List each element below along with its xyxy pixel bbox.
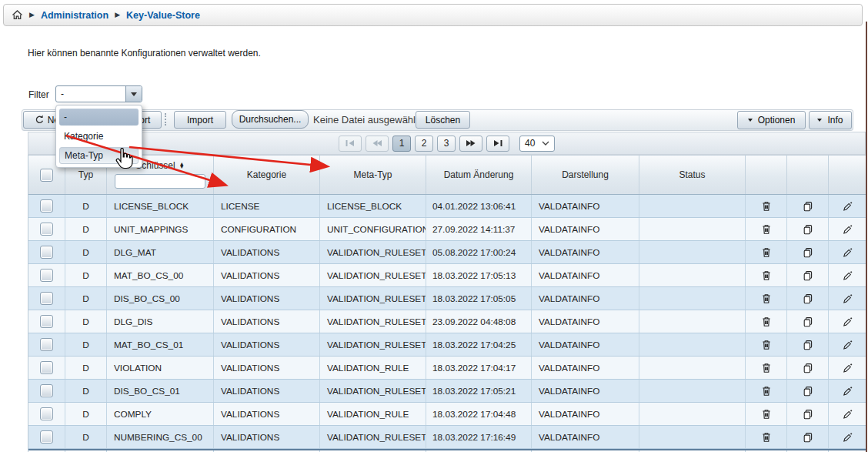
table-row: D DIS_BO_CS_01 VALIDATIONS VALIDATION_RU… <box>28 380 866 403</box>
row-checkbox[interactable] <box>40 315 53 328</box>
edit-icon <box>829 403 866 425</box>
file-status-text: Keine Datei ausgewählt. <box>313 114 421 126</box>
edit-row-button[interactable] <box>829 241 866 263</box>
last-page-button[interactable] <box>486 136 509 152</box>
edit-row-button[interactable] <box>829 310 866 333</box>
cell-datum: 04.01.2022 13:06:41 <box>426 195 532 217</box>
copy-row-button[interactable] <box>787 403 829 425</box>
prev-page-button[interactable] <box>366 136 389 152</box>
trash-icon <box>746 357 786 379</box>
cell-meta-typ: VALIDATION_RULE <box>320 357 426 379</box>
home-icon[interactable] <box>12 9 23 21</box>
trash-icon <box>746 241 786 263</box>
trash-icon <box>746 287 786 310</box>
import-button[interactable]: Import <box>174 111 226 129</box>
copy-icon <box>787 264 828 286</box>
copy-row-button[interactable] <box>787 195 829 217</box>
schluessel-filter-input[interactable] <box>115 174 205 189</box>
delete-row-button[interactable] <box>746 426 787 448</box>
delete-row-button[interactable] <box>746 287 787 310</box>
checkbox-cell <box>28 426 65 448</box>
delete-row-button[interactable] <box>746 310 787 333</box>
dropdown-option-kategorie[interactable]: Kategorie <box>59 128 139 145</box>
row-checkbox[interactable] <box>40 338 53 351</box>
page-button-1[interactable]: 1 <box>392 136 411 152</box>
copy-icon <box>787 241 828 263</box>
edit-row-button[interactable] <box>829 333 866 356</box>
edit-row-button[interactable] <box>829 357 866 379</box>
chevron-down-icon[interactable] <box>125 86 142 102</box>
copy-row-button[interactable] <box>787 426 829 448</box>
page-size-select[interactable]: 40 <box>519 136 555 152</box>
edit-row-button[interactable] <box>829 218 866 240</box>
cell-datum: 05.08.2022 17:00:24 <box>426 241 532 263</box>
checkbox-cell <box>28 403 65 425</box>
cell-schluessel: COMPLY <box>107 403 214 425</box>
delete-button[interactable]: Löschen <box>416 111 470 129</box>
copy-row-button[interactable] <box>787 264 829 286</box>
delete-row-button[interactable] <box>746 357 787 379</box>
copy-row-button[interactable] <box>787 310 829 333</box>
options-button[interactable]: Optionen <box>737 111 806 129</box>
row-checkbox[interactable] <box>40 407 53 420</box>
file-browse-button[interactable]: Durchsuchen... <box>232 110 309 129</box>
breadcrumb-separator-icon: ▶ <box>29 12 35 18</box>
edit-icon <box>829 310 866 333</box>
copy-icon <box>787 218 828 240</box>
row-checkbox[interactable] <box>40 246 53 259</box>
chevron-down-icon <box>748 119 753 122</box>
delete-row-button[interactable] <box>746 241 787 263</box>
filter-label: Filter <box>28 89 49 100</box>
row-checkbox[interactable] <box>40 269 53 282</box>
select-all-checkbox[interactable] <box>40 169 53 182</box>
copy-row-button[interactable] <box>787 218 829 240</box>
edit-row-button[interactable] <box>829 380 866 402</box>
delete-row-button[interactable] <box>746 264 787 286</box>
copy-row-button[interactable] <box>787 333 829 356</box>
copy-row-button[interactable] <box>787 357 829 379</box>
page-button-3[interactable]: 3 <box>437 136 456 152</box>
row-checkbox[interactable] <box>40 430 53 444</box>
delete-row-button[interactable] <box>746 403 787 425</box>
copy-row-button[interactable] <box>787 241 829 263</box>
delete-row-button[interactable] <box>746 380 787 402</box>
cell-typ: D <box>65 403 107 425</box>
copy-row-button[interactable] <box>787 380 829 402</box>
first-page-button[interactable] <box>339 136 362 152</box>
edit-row-button[interactable] <box>829 195 866 217</box>
edit-icon <box>829 287 866 310</box>
row-checkbox[interactable] <box>40 199 53 213</box>
cell-darstellung: VALDATAINFO <box>532 333 639 356</box>
row-checkbox[interactable] <box>40 292 53 305</box>
delete-row-button[interactable] <box>746 333 787 356</box>
edit-row-button[interactable] <box>829 403 866 425</box>
trash-icon <box>746 403 786 425</box>
trash-icon <box>746 218 786 240</box>
cell-meta-typ: VALIDATION_RULESET <box>320 380 426 402</box>
page-button-2[interactable]: 2 <box>415 136 433 152</box>
next-page-button[interactable] <box>459 136 482 152</box>
edit-row-button[interactable] <box>829 426 866 448</box>
breadcrumb-item-key-value-store[interactable]: Key-Value-Store <box>126 10 200 21</box>
dropdown-option-none[interactable]: - <box>59 109 139 126</box>
cell-status <box>639 333 746 356</box>
edit-row-button[interactable] <box>829 264 866 286</box>
delete-row-button[interactable] <box>746 218 787 240</box>
copy-icon <box>787 287 828 310</box>
copy-row-button[interactable] <box>787 287 829 310</box>
info-button[interactable]: Info <box>809 111 852 129</box>
row-checkbox[interactable] <box>40 223 53 236</box>
cell-schluessel: DIS_BO_CS_00 <box>107 287 214 310</box>
filter-select[interactable]: - <box>55 85 142 102</box>
row-checkbox[interactable] <box>40 361 53 374</box>
breadcrumb-item-administration[interactable]: Administration <box>41 10 108 21</box>
sort-icon[interactable]: ▲▼ <box>179 162 185 169</box>
header-datum: Datum Änderung <box>426 156 532 194</box>
delete-row-button[interactable] <box>746 195 787 217</box>
cell-meta-typ: VALIDATION_RULESET <box>320 333 426 356</box>
dropdown-option-meta-typ[interactable]: Meta-Typ <box>59 147 139 164</box>
filter-dropdown-panel: - Kategorie Meta-Typ <box>55 105 142 168</box>
row-checkbox[interactable] <box>40 384 53 397</box>
edit-row-button[interactable] <box>829 287 866 310</box>
cell-meta-typ: VALIDATION_RULESET <box>320 426 426 448</box>
